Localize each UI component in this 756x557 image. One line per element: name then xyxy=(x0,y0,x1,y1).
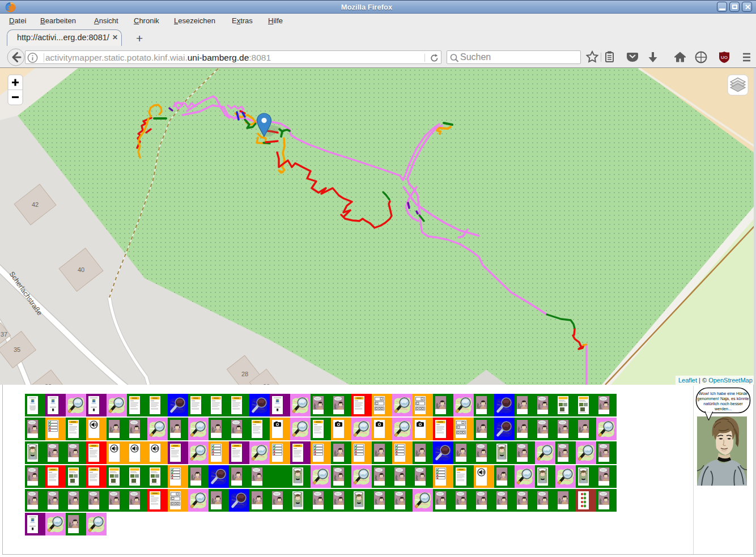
svg-text:Leaflet | © OpenStreetMap: Leaflet | © OpenStreetMap xyxy=(678,377,753,384)
svg-text:genommen! Naja, es könnte: genommen! Naja, es könnte xyxy=(697,396,749,401)
svg-text:natürlich noch besser: natürlich noch besser xyxy=(703,401,743,406)
svg-text:UO: UO xyxy=(721,55,728,60)
svg-text:42: 42 xyxy=(32,201,39,208)
svg-text:Wow! Ich habe eine Hürde: Wow! Ich habe eine Hürde xyxy=(699,391,747,396)
svg-text:werden...: werden... xyxy=(714,406,732,411)
svg-text:37: 37 xyxy=(1,331,7,338)
svg-text:28: 28 xyxy=(241,371,248,377)
svg-text:40: 40 xyxy=(78,266,84,273)
svg-text:35: 35 xyxy=(14,346,20,353)
